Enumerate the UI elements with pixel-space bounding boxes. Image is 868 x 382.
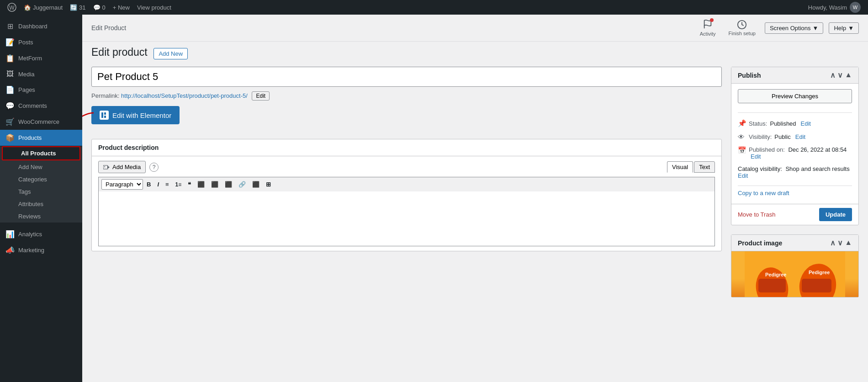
product-title-input[interactable] <box>91 67 722 87</box>
product-image-collapse-up[interactable]: ∧ <box>830 239 836 247</box>
elementor-icon <box>100 111 109 120</box>
edit-with-elementor-button[interactable]: Edit with Elementor <box>91 106 180 124</box>
align-right-button[interactable]: ⬛ <box>222 180 235 189</box>
svg-rect-5 <box>104 112 106 115</box>
chevron-down-icon: ▼ <box>813 25 819 32</box>
submenu-attributes[interactable]: Attributes <box>0 198 82 210</box>
visual-text-tabs: Visual Text <box>667 161 715 173</box>
products-icon: 📦 <box>5 133 15 142</box>
published-edit-link[interactable]: Edit <box>751 153 847 160</box>
sidebar-item-comments[interactable]: 💬 Comments <box>0 98 82 114</box>
publish-metabox-footer: Move to Trash Update <box>731 204 858 225</box>
svg-marker-9 <box>107 166 110 169</box>
wp-logo[interactable]: W <box>4 0 20 15</box>
publish-metabox: Publish ∧ ∨ ▲ Preview Changes <box>731 67 859 225</box>
marketing-icon: 📣 <box>5 246 15 255</box>
submenu-categories[interactable]: Categories <box>0 173 82 186</box>
metaform-icon: 📋 <box>5 54 15 63</box>
sidebar-item-marketing[interactable]: 📣 Marketing <box>0 242 82 258</box>
copy-draft-link[interactable]: Copy to a new draft <box>738 190 852 196</box>
add-media-button[interactable]: Add Media <box>98 161 146 173</box>
submenu-reviews[interactable]: Reviews <box>0 210 82 223</box>
table-button[interactable]: ⊞ <box>263 180 274 189</box>
dashboard-icon: ⊞ <box>5 22 15 31</box>
admin-bar: W 🏠 Juggernaut 🔄 31 💬 0 + New View produ… <box>0 0 868 15</box>
text-tab[interactable]: Text <box>694 161 715 173</box>
updates-item[interactable]: 🔄 31 <box>66 0 89 15</box>
product-image-collapse-icons: ∧ ∨ ▲ <box>830 239 852 247</box>
finish-setup-button[interactable]: Finish setup <box>725 18 759 38</box>
add-media-icon <box>103 164 110 170</box>
status-edit-link[interactable]: Edit <box>801 120 811 127</box>
blockquote-button[interactable]: ❝ <box>185 180 194 189</box>
collapse-close-icon[interactable]: ▲ <box>845 71 852 80</box>
product-image-collapse-close[interactable]: ▲ <box>845 239 852 247</box>
catalog-visibility-row: Catalog visibility: Shop and search resu… <box>738 163 852 182</box>
more-button[interactable]: ⬛ <box>249 180 262 189</box>
italic-button[interactable]: I <box>154 180 162 189</box>
status-icon: 📌 <box>738 119 746 127</box>
svg-rect-8 <box>103 165 108 169</box>
collapse-up-icon[interactable]: ∧ <box>830 71 836 80</box>
catalog-edit-link[interactable]: Edit <box>738 172 852 179</box>
move-to-trash-link[interactable]: Move to Trash <box>738 211 775 218</box>
collapse-icons: ∧ ∨ ▲ <box>830 71 852 80</box>
visibility-row: 👁 Visibility: Public Edit <box>738 130 852 143</box>
chevron-down-icon-help: ▼ <box>848 25 854 32</box>
view-product[interactable]: View product <box>133 0 175 15</box>
sidebar-item-analytics[interactable]: 📊 Analytics <box>0 226 82 242</box>
comments-icon: 💬 <box>5 101 15 110</box>
unordered-list-button[interactable]: ≡ <box>163 180 172 189</box>
visual-tab[interactable]: Visual <box>667 161 693 173</box>
ordered-list-button[interactable]: 1≡ <box>173 180 185 189</box>
comments-item[interactable]: 💬 0 <box>90 0 109 15</box>
product-image-collapse-down[interactable]: ∨ <box>837 239 843 247</box>
align-left-button[interactable]: ⬛ <box>195 180 207 189</box>
product-image-svg: Pedigree Pedigree <box>745 251 845 297</box>
page-title: Edit product <box>91 46 148 58</box>
media-toolbar: Add Media ? Visual Text <box>98 161 715 173</box>
publish-metabox-body: Preview Changes 📌 Status: Published Edit <box>731 84 858 204</box>
editor-area[interactable] <box>98 191 715 246</box>
edit-slug-button[interactable]: Edit <box>252 91 270 101</box>
permalink-url[interactable]: http://localhost/SetupTest/product/pet-p… <box>121 92 248 99</box>
collapse-down-icon[interactable]: ∨ <box>837 71 843 80</box>
submenu-all-products[interactable]: All Products <box>2 146 80 160</box>
bold-button[interactable]: B <box>144 180 153 189</box>
sidebar-item-woocommerce[interactable]: 🛒 WooCommerce <box>0 114 82 130</box>
product-image-body: Pedigree Pedigree <box>731 251 858 297</box>
products-submenu: All Products Add New Categories Tags Att… <box>0 146 82 223</box>
product-image-header: Product image ∧ ∨ ▲ <box>731 235 858 251</box>
link-button[interactable]: 🔗 <box>236 180 249 189</box>
product-image-preview[interactable]: Pedigree Pedigree <box>731 251 858 297</box>
post-content-column: Permalink: http://localhost/SetupTest/pr… <box>91 67 722 307</box>
screen-options-button[interactable]: Screen Options ▼ <box>765 22 823 34</box>
svg-rect-4 <box>101 112 103 118</box>
align-center-button[interactable]: ⬛ <box>208 180 221 189</box>
help-button[interactable]: Help ▼ <box>829 22 859 34</box>
sidebar-item-products[interactable]: 📦 Products <box>0 130 82 146</box>
preview-changes-button[interactable]: Preview Changes <box>738 89 852 103</box>
editor-help-icon[interactable]: ? <box>149 163 159 172</box>
permalink-row: Permalink: http://localhost/SetupTest/pr… <box>91 91 722 101</box>
sidebar-item-dashboard[interactable]: ⊞ Dashboard <box>0 18 82 34</box>
site-name[interactable]: 🏠 Juggernaut <box>20 0 66 15</box>
admin-menu: ⊞ Dashboard 📝 Posts 📋 MetForm 🖼 Media 📄 … <box>0 15 82 382</box>
submenu-tags[interactable]: Tags <box>0 186 82 198</box>
published-date-row: 📅 Published on: Dec 26, 2022 at 08:54 Ed… <box>738 143 852 163</box>
howdy-greeting[interactable]: Howdy, Wasim W <box>804 2 864 13</box>
visibility-edit-link[interactable]: Edit <box>795 133 805 140</box>
paragraph-select[interactable]: Paragraph Heading 1 Heading 2 <box>101 179 143 190</box>
update-button[interactable]: Update <box>819 208 852 221</box>
add-new-button[interactable]: Add New <box>153 48 188 59</box>
activity-button[interactable]: Activity <box>696 17 720 38</box>
new-item[interactable]: + New <box>109 0 133 15</box>
sidebar-item-metaform[interactable]: 📋 MetForm <box>0 50 82 66</box>
posts-icon: 📝 <box>5 38 15 47</box>
sidebar-item-pages[interactable]: 📄 Pages <box>0 82 82 98</box>
svg-rect-6 <box>104 116 106 118</box>
sidebar-item-media[interactable]: 🖼 Media <box>0 66 82 82</box>
submenu-add-new[interactable]: Add New <box>0 161 82 173</box>
analytics-icon: 📊 <box>5 230 15 239</box>
sidebar-item-posts[interactable]: 📝 Posts <box>0 34 82 50</box>
